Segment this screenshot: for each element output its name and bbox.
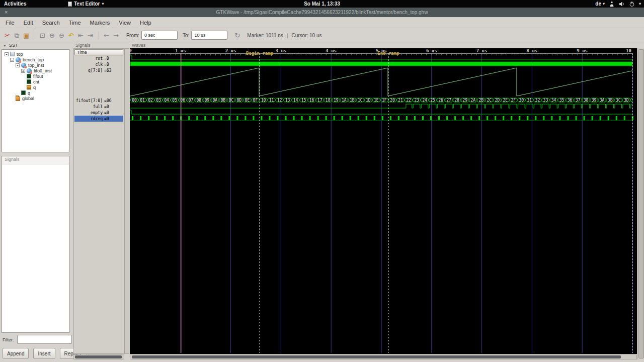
scrollbar-thumb[interactable] [638,49,644,358]
zoom-undo-icon[interactable]: ↶ [67,31,75,40]
signal-row-empty[interactable]: empty=0 [74,110,123,116]
power-icon[interactable] [629,1,635,7]
svg-text:01: 01 [140,98,145,103]
menubar: FileEditSearchTimeMarkersViewHelp [0,17,644,28]
chip-icon [10,52,15,56]
signal-row-rdreq[interactable]: rdreq=0 [74,116,123,122]
sst-signals-list[interactable]: Signals [2,156,69,333]
append-button[interactable]: Append [3,348,29,359]
to-input[interactable] [191,31,227,40]
svg-text:1B: 1B [350,98,355,103]
menu-view[interactable]: View [114,18,135,27]
next-edge-icon[interactable]: → [112,31,120,40]
time-header-button[interactable]: Time [74,49,123,55]
activities-button[interactable]: Activities [4,1,26,7]
zoom-start-icon[interactable]: ⇤ [76,31,85,40]
svg-text:2C: 2C [487,98,492,103]
signal-name: empty [74,111,103,115]
app-menu-button[interactable]: Text Editor ▾ [68,1,104,7]
signal-row-fifout[7:0][interactable]: fifout[7:0]=06 [74,98,123,104]
tree-node-label: fifo0_inst [34,68,52,73]
signal-orange-icon [27,85,31,89]
chevron-down-icon[interactable]: ▾ [639,2,641,6]
reload-icon[interactable]: ↻ [234,32,240,39]
tree-node-fifo0_inst[interactable]: +fifo0_inst [2,68,69,73]
sst-tree[interactable]: -top-bench_top-top_inst+fifo0_instfifout… [2,49,69,152]
signal-row-rst[interactable]: rst=0 [74,55,123,61]
signal-row-full[interactable]: full=0 [74,104,123,110]
filter-input[interactable] [17,335,72,344]
tree-node-fifout[interactable]: fifout [2,73,69,79]
paste-icon[interactable]: ▣ [22,31,31,40]
svg-text:1D: 1D [366,98,371,103]
accessibility-icon[interactable] [609,1,615,7]
waves-vertical-scrollbar[interactable] [637,48,644,359]
menu-file[interactable]: File [1,18,19,27]
svg-text:10: 10 [261,98,266,103]
zoom-fit-icon[interactable]: ⊡ [38,31,47,40]
menu-help[interactable]: Help [135,18,156,27]
svg-text:02: 02 [148,98,153,103]
copy-icon[interactable]: ⧉ [13,31,21,40]
svg-text:23: 23 [414,98,419,103]
tree-node-bench_top[interactable]: -bench_top [2,57,69,62]
volume-icon[interactable] [619,1,625,7]
wave-svg[interactable]: 01 us2 us3 us4 us5 us6 us7 us8 us9 us100… [130,48,637,354]
signal-row-q[7:0][interactable]: q[7:0]=63 [74,67,123,73]
system-status-area[interactable]: de ▾ ▾ [595,0,641,8]
tree-node-q[interactable]: q [2,84,69,90]
clock[interactable]: So Mai 1, 13:33 [304,1,340,7]
svg-text:24: 24 [422,98,427,103]
waves-horizontal-scrollbar[interactable] [130,354,637,359]
expand-icon[interactable]: + [21,69,25,73]
wave-area[interactable]: 01 us2 us3 us4 us5 us6 us7 us8 us9 us100… [130,48,637,354]
svg-text:7 us: 7 us [476,48,488,53]
collapse-icon[interactable]: - [16,63,20,67]
signals-panel[interactable]: Time rst=0clk=0q[7:0]=63fifout[7:0]=06fu… [73,48,124,354]
menu-time[interactable]: Time [64,18,86,27]
sst-header[interactable]: ▼ SST [3,43,18,48]
text-editor-icon [68,2,72,7]
tree-node-cnt[interactable]: cnt [2,79,69,84]
scrollbar-thumb[interactable] [75,355,122,358]
svg-text:15: 15 [301,98,306,103]
tree-node-global[interactable]: global [2,96,69,101]
svg-text:28: 28 [454,98,459,103]
cursor-readout: Cursor: 10 us [291,33,321,38]
zoom-in-icon[interactable]: ⊕ [48,31,56,40]
svg-text:1F: 1F [382,98,387,103]
insert-button[interactable]: Insert [33,348,55,359]
menu-markers[interactable]: Markers [86,18,115,27]
signals-vertical-scrollbar[interactable] [124,48,129,354]
svg-text:10: 10 [626,48,631,53]
signals-horizontal-scrollbar[interactable] [73,354,124,359]
zoom-out-icon[interactable]: ⊖ [57,31,66,40]
collapse-icon[interactable]: - [5,52,9,56]
tree-node-top[interactable]: -top [2,51,69,57]
window-titlebar: × GTKWave - /tmp/SigasiCompileCache79943… [0,8,644,17]
tree-node-label: bench_top [23,57,44,62]
svg-text:33: 33 [543,98,548,103]
collapse-icon[interactable]: - [10,58,14,62]
svg-text:00: 00 [132,98,137,103]
tree-node-top_inst[interactable]: -top_inst [2,62,69,68]
svg-text:07: 07 [188,98,193,103]
module-icon [21,63,26,68]
svg-text:0C: 0C [229,98,234,103]
menu-edit[interactable]: Edit [19,18,38,27]
scrollbar-thumb[interactable] [132,355,621,358]
signal-row-clk[interactable]: clk=0 [74,61,123,67]
zoom-end-icon[interactable]: ⇥ [86,31,95,40]
svg-text:30: 30 [519,98,524,103]
svg-text:14: 14 [293,98,298,103]
signal-name: fifout[7:0] [74,99,103,103]
keyboard-layout-label: de [595,1,601,7]
svg-text:05: 05 [172,98,177,103]
menu-search[interactable]: Search [38,18,64,27]
from-input[interactable] [141,31,178,40]
cut-icon[interactable]: ✂ [3,31,12,40]
tree-node-q[interactable]: q [2,90,69,96]
keyboard-layout-indicator[interactable]: de ▾ [595,1,605,7]
prev-edge-icon[interactable]: ← [102,31,111,40]
svg-text:2 us: 2 us [225,48,236,53]
